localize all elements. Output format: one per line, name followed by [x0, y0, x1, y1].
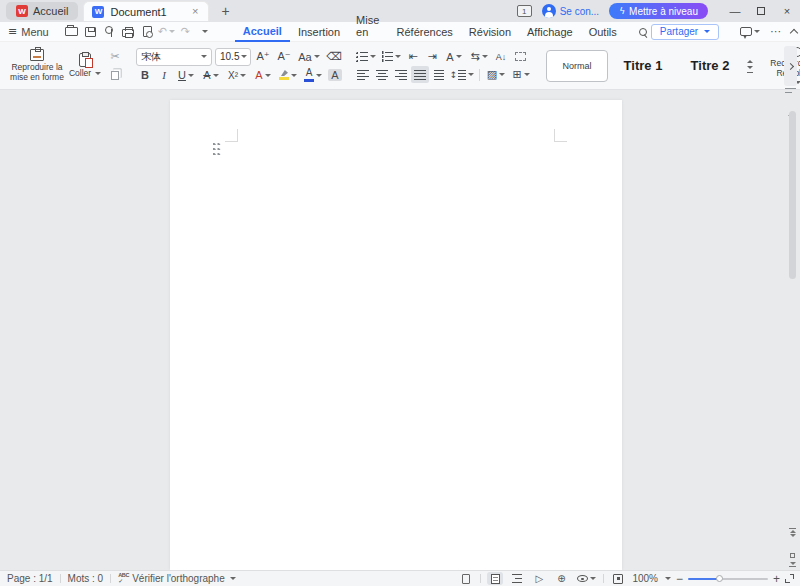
font-size-select[interactable]: 10.5	[215, 48, 251, 66]
spellcheck-button[interactable]: ABC✓ Vérifier l'orthographe	[111, 573, 243, 584]
tab-close-icon[interactable]: ×	[190, 5, 200, 18]
fullscreen-button[interactable]	[785, 574, 794, 583]
maximize-button[interactable]	[748, 0, 774, 22]
italic-button[interactable]: I	[155, 67, 173, 84]
sort-button[interactable]: A↓	[492, 48, 510, 65]
font-name-select[interactable]: 宋体	[136, 48, 212, 66]
zoom-in-button[interactable]: +	[773, 573, 780, 585]
eye-protect-button[interactable]	[575, 572, 597, 585]
upgrade-button[interactable]: ϟ Mettre à niveau	[609, 3, 708, 19]
paste-button[interactable]: Coller	[66, 53, 104, 79]
text-effects-button[interactable]: A	[251, 67, 275, 84]
decrease-indent-button[interactable]: ⇤	[404, 48, 422, 65]
superscript-button[interactable]: X²	[224, 67, 250, 84]
ribbon-search-button[interactable]	[635, 26, 651, 38]
tab-mise-en-page[interactable]: Mise en page	[348, 22, 388, 42]
redo-button[interactable]: ↷	[177, 24, 194, 40]
line-spacing-button[interactable]: ↕	[449, 66, 475, 83]
word-count[interactable]: Mots : 0	[61, 573, 111, 584]
cut-button[interactable]: ✂	[106, 48, 124, 65]
shrink-font-button[interactable]: A⁻	[275, 48, 293, 65]
align-right-button[interactable]	[392, 66, 410, 83]
gallery-more-button[interactable]	[747, 72, 753, 73]
underline-button[interactable]: U	[174, 67, 198, 84]
more-options-button[interactable]: ⋯	[765, 25, 786, 38]
wps-home-tab[interactable]: W Accueil	[6, 2, 78, 20]
ribbon-expand-button[interactable]	[784, 46, 797, 86]
ltr-button[interactable]: ⇆	[467, 48, 491, 65]
print-preview-button[interactable]	[139, 24, 156, 40]
account-signin[interactable]: Se con...	[542, 4, 599, 18]
strikethrough-button[interactable]: A	[199, 67, 223, 84]
new-tab-button[interactable]: +	[217, 3, 233, 19]
close-button[interactable]: ×	[774, 0, 800, 22]
save-button[interactable]	[82, 24, 99, 40]
menu-button[interactable]: ≡ Menu	[0, 25, 57, 38]
line-spacing-icon: ↕	[450, 70, 458, 80]
print-button[interactable]	[120, 24, 137, 40]
align-center-button[interactable]	[373, 66, 391, 83]
print-layout-view-button[interactable]	[487, 572, 503, 585]
tab-revision[interactable]: Révision	[461, 22, 519, 42]
bold-button[interactable]: B	[136, 67, 154, 84]
page-count[interactable]: Page : 1/1	[0, 573, 60, 584]
grow-font-button[interactable]: A⁺	[254, 48, 272, 65]
show-marks-button[interactable]	[511, 48, 529, 65]
comments-button[interactable]	[735, 27, 765, 36]
highlight-color-button[interactable]	[276, 67, 300, 84]
previous-page-button[interactable]	[789, 528, 796, 533]
read-mode-button[interactable]: ▷	[531, 572, 547, 585]
next-page-button[interactable]	[789, 562, 796, 567]
change-case-button[interactable]: Aa	[296, 48, 322, 65]
text-direction-button[interactable]: A	[442, 48, 466, 65]
minimize-button[interactable]: —	[722, 0, 748, 22]
fit-page-button[interactable]	[610, 572, 626, 585]
customize-toolbar-button[interactable]	[196, 24, 213, 40]
gallery-down-button[interactable]	[747, 66, 753, 69]
zoom-out-button[interactable]: −	[676, 573, 683, 585]
collapse-ribbon-button[interactable]	[786, 28, 800, 36]
browse-target-button[interactable]	[790, 553, 795, 558]
style-titre-2[interactable]: Titre 2	[678, 50, 742, 82]
web-layout-button[interactable]: ⊕	[553, 572, 569, 585]
window-list-icon[interactable]: 1	[517, 5, 532, 17]
tab-insertion[interactable]: Insertion	[290, 22, 348, 42]
document-tab[interactable]: W Document1 ×	[83, 1, 209, 21]
font-color-button[interactable]: A	[301, 67, 325, 84]
tab-accueil[interactable]: Accueil	[235, 22, 290, 42]
dropdown-caret	[201, 55, 207, 58]
clear-format-button[interactable]: ⌫	[325, 48, 343, 65]
shading-button[interactable]: ▨	[484, 66, 508, 83]
justify-button[interactable]	[411, 66, 429, 83]
export-pdf-button[interactable]	[101, 24, 118, 40]
vertical-scrollbar-thumb[interactable]	[789, 111, 796, 279]
tab-references[interactable]: Références	[389, 22, 461, 42]
zoom-value[interactable]: 100%	[632, 573, 658, 584]
char-shading-button[interactable]: A	[326, 67, 344, 84]
copy-button[interactable]	[106, 67, 124, 84]
tab-affichage[interactable]: Affichage	[519, 22, 581, 42]
zoom-slider[interactable]	[688, 574, 768, 583]
increase-indent-button[interactable]: ⇥	[423, 48, 441, 65]
paragraph-drag-handle[interactable]	[213, 143, 222, 157]
zoom-slider-knob[interactable]	[716, 575, 723, 582]
format-painter-button[interactable]: Reproduire la mise en forme	[8, 49, 66, 83]
bullets-button[interactable]	[354, 48, 378, 65]
open-button[interactable]	[63, 24, 80, 40]
style-titre-1[interactable]: Titre 1	[611, 50, 675, 82]
distribute-button[interactable]	[430, 66, 448, 83]
gallery-up-button[interactable]	[747, 60, 753, 63]
borders-button[interactable]: ⊞	[509, 66, 533, 83]
ruler-toggle-icon[interactable]	[785, 87, 796, 95]
numbering-button[interactable]	[379, 48, 403, 65]
align-left-button[interactable]	[354, 66, 372, 83]
share-button[interactable]: Partager	[651, 24, 719, 40]
outline-view-button[interactable]	[509, 572, 525, 585]
search-icon	[639, 28, 647, 36]
page-tools-button[interactable]	[458, 572, 474, 585]
undo-button[interactable]: ↶	[158, 24, 175, 40]
document-page[interactable]	[170, 100, 622, 570]
style-normal[interactable]: Normal	[546, 50, 608, 82]
tab-outils[interactable]: Outils	[581, 22, 625, 42]
scroll-down-button[interactable]	[790, 537, 796, 549]
